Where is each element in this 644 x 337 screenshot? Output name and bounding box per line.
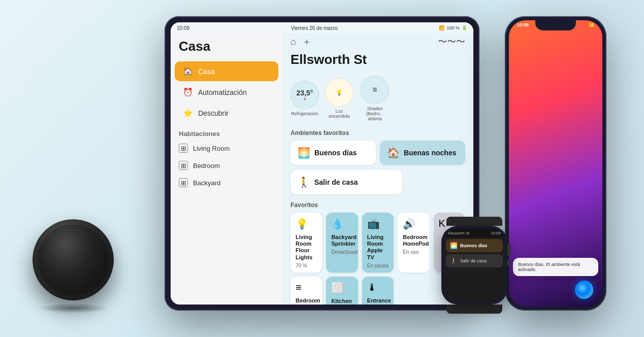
salir-icon: 🚶 [298, 176, 310, 188]
sprinkler-icon: 💧 [331, 218, 352, 230]
sidebar-nav-casa-label: Casa [198, 68, 215, 76]
sidebar-nav-auto-label: Automatización [198, 88, 247, 96]
buenas-noches-label: Buenas noches [404, 149, 456, 157]
scene-buenas-noches[interactable]: 🏠 Buenas noches [380, 141, 465, 165]
watch-scene-salir[interactable]: 🚶 Salir de casa [446, 254, 503, 267]
ipad-battery: 100 % [446, 25, 460, 30]
fav-living-floor-lights[interactable]: 💡 Living Room Floor Lights 70 % [291, 213, 322, 273]
temp-indicator: ▾ [304, 97, 306, 102]
salir-label: Salir de casa [314, 178, 358, 186]
watch-body: Ellsworth St 10:09 🌅 Buenos días 🚶 Salir… [441, 226, 507, 305]
floor-lights-status: 70 % [296, 263, 317, 268]
room-icon-living: ⊞ [179, 144, 188, 153]
sidebar-nav-descubrir[interactable]: ⭐ Descubrir [175, 103, 278, 123]
sidebar-room-livingroom[interactable]: ⊞ Living Room [171, 140, 282, 157]
sidebar-nav-casa[interactable]: 🏠 Casa [175, 61, 278, 81]
ipad-date: Viernes 26 de marzo [291, 25, 338, 31]
sidebar-room-backyard[interactable]: ⊞ Backyard [171, 174, 282, 191]
sprinkler-name: Backyard Sprinkler [331, 234, 352, 247]
discover-icon: ⭐ [183, 108, 193, 118]
room-icon-bedroom: ⊞ [179, 161, 188, 170]
status-tiles-row: 23,5° ▾ Refrigeración 💡 Luzencendida [282, 74, 473, 127]
ipad-time: 10:09 [177, 25, 189, 31]
ipad-wifi-icon: 📶 [439, 25, 444, 30]
thermostat-icon: 🌡 [367, 282, 389, 293]
scenes-row2: 🚶 Salir de casa [282, 170, 473, 199]
light-icon: 💡 [336, 89, 343, 96]
watch-button [507, 259, 510, 266]
homepod-body [33, 219, 114, 300]
light-circle: 💡 [325, 78, 353, 107]
toolbar-left: ⌂ ＋ [291, 36, 311, 48]
iphone-signal: 📶 [589, 22, 594, 27]
favorites-section-title: Favoritos [282, 199, 473, 213]
watch-salir-label: Salir de casa [460, 258, 487, 263]
temp-circle: 23,5° ▾ [291, 81, 319, 109]
apple-watch: Ellsworth St 10:09 🌅 Buenos días 🚶 Salir… [434, 217, 515, 311]
thermostat-name: Entrance Thermostat... [367, 297, 389, 305]
buenos-dias-icon: 🌅 [298, 147, 310, 159]
shades-icon: ≡ [372, 85, 377, 94]
shades-label: Shades (Bedro...abierta [360, 106, 390, 121]
watch-crown [507, 244, 510, 256]
status-tile-light[interactable]: 💡 Luzencendida [325, 78, 353, 119]
homepod-icon: 🔊 [403, 218, 424, 230]
siri-orb[interactable] [575, 281, 593, 299]
auto-icon: ⏰ [183, 87, 193, 97]
homepod [27, 219, 119, 311]
watch-salir-icon: 🚶 [450, 257, 458, 264]
scene-salir[interactable]: 🚶 Salir de casa [291, 170, 402, 194]
status-tile-shades[interactable]: ≡ Shades (Bedro...abierta [360, 76, 390, 121]
scene-buenos-dias[interactable]: 🌅 Buenos días [291, 141, 376, 165]
homepod-mesh [38, 224, 109, 295]
siri-waveform-icon[interactable]: 〜〜〜 [438, 36, 465, 48]
bedroom-shades-icon: ≡ [296, 282, 317, 293]
buenas-noches-icon: 🏠 [387, 147, 400, 159]
temp-label: Refrigeración [291, 111, 318, 116]
shades-circle: ≡ [361, 76, 389, 104]
buenos-dias-label: Buenos días [314, 149, 357, 157]
status-tile-temp[interactable]: 23,5° ▾ Refrigeración [291, 81, 319, 116]
watch-header-title: Ellsworth St [448, 231, 469, 235]
fav-backyard-sprinkler[interactable]: 💧 Backyard Sprinkler Desactivado [326, 213, 358, 273]
watch-header-time: 10:09 [491, 231, 501, 235]
fav-thermostat[interactable]: 🌡 Entrance Thermostat... Refrig. a 22,0° [362, 277, 394, 305]
iphone-notch [535, 20, 576, 30]
fav-homepod[interactable]: 🔊 Bedroom HomePod En uso [398, 213, 429, 273]
ipad-status-right: 📶 100 % 🔋 [439, 25, 467, 30]
watch-band-top [446, 217, 502, 226]
room-label-bedroom: Bedroom [193, 162, 220, 170]
floor-lights-icon: 💡 [296, 218, 317, 230]
casa-icon: 🏠 [183, 66, 193, 76]
home-toolbar-icon[interactable]: ⌂ [291, 37, 296, 47]
sidebar-nav-automatizacion[interactable]: ⏰ Automatización [175, 82, 278, 102]
temp-value: 23,5° [297, 89, 313, 97]
add-toolbar-icon[interactable]: ＋ [302, 36, 311, 48]
iphone-screen: 10:09 📶 Buenos días. El ambiente está ac… [509, 20, 602, 307]
ipad-status-bar: 10:09 Viernes 26 de marzo 📶 100 % 🔋 [171, 22, 473, 33]
main-toolbar: ⌂ ＋ 〜〜〜 [282, 35, 473, 52]
watch-header: Ellsworth St 10:09 [444, 228, 505, 237]
fav-bedroom-shades[interactable]: ≡ Bedroom Shades Abrir [291, 277, 322, 305]
homepod-status: En uso [403, 249, 424, 255]
sidebar-room-bedroom[interactable]: ⊞ Bedroom [171, 157, 282, 174]
scenes-section-title: Ambientes favoritos [282, 127, 473, 141]
fav-kitchen-switch[interactable]: ⬜ Kitchen Switch Desactivado [326, 277, 358, 305]
siri-notification-text: Buenos días. El ambiente está activado. [518, 262, 580, 272]
light-label: Luzencendida [329, 109, 350, 119]
ipad-sidebar: Casa 🏠 Casa ⏰ Automatización ⭐ Descubrir… [171, 22, 282, 305]
fav-apple-tv[interactable]: 📺 Living Room Apple TV En pausa [362, 213, 394, 273]
iphone-time: 10:09 [517, 22, 529, 27]
bedroom-shades-name: Bedroom Shades [296, 297, 317, 305]
ipad: 10:09 Viernes 26 de marzo 📶 100 % 🔋 Casa… [165, 16, 479, 311]
kitchen-switch-name: Kitchen Switch [331, 298, 352, 305]
watch-band-bottom [446, 305, 502, 314]
homepod-name: Bedroom HomePod [403, 234, 424, 247]
room-icon-backyard: ⊞ [179, 178, 188, 187]
scene-container: 10:09 Viernes 26 de marzo 📶 100 % 🔋 Casa… [17, 6, 627, 331]
appletv-status: En pausa [367, 263, 389, 268]
appletv-name: Living Room Apple TV [367, 234, 389, 261]
floor-lights-name: Living Room Floor Lights [296, 234, 317, 261]
room-label-backyard: Backyard [193, 179, 220, 187]
watch-scene-buenos-dias[interactable]: 🌅 Buenos días [446, 239, 503, 252]
